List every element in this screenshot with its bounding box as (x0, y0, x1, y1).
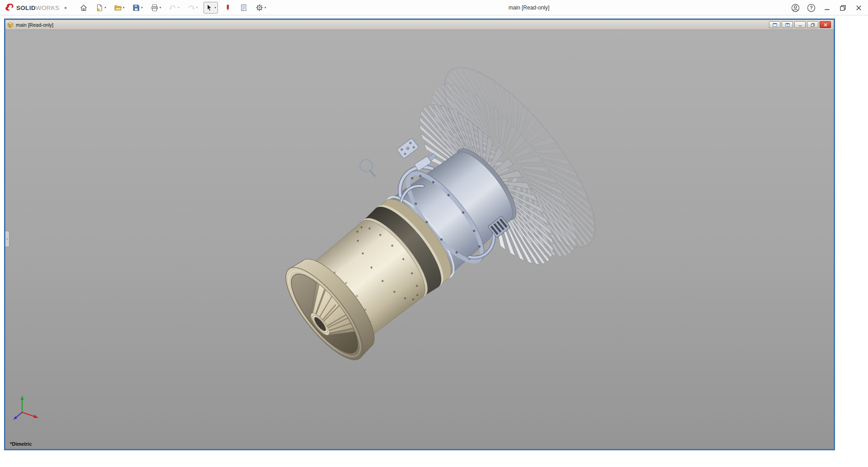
home-icon (80, 4, 88, 12)
toolbar-print-button[interactable]: ▾ (149, 2, 163, 14)
toolbar-touch-pen-button[interactable] (222, 2, 234, 14)
dropdown-caret-icon[interactable]: ▾ (160, 6, 161, 9)
restore-icon (810, 22, 816, 28)
minimize-button[interactable] (821, 2, 833, 14)
minimize-icon (823, 4, 831, 12)
viewport-split-icon (785, 22, 790, 28)
open-folder-icon (114, 4, 122, 12)
gear-icon (255, 4, 264, 12)
dropdown-caret-icon[interactable]: ▾ (123, 6, 125, 9)
doc-viewport-single-button[interactable] (769, 21, 780, 28)
svg-text:?: ? (810, 5, 812, 10)
redo-arrow-icon (187, 4, 195, 12)
toolbar-file-properties-button[interactable] (238, 2, 250, 14)
viewport-canvas (5, 30, 834, 449)
document-title: main [Read-only] (16, 22, 53, 28)
document-lines-icon (240, 4, 248, 12)
red-stylus-icon (224, 4, 232, 12)
document-window: main [Read-only] ‹ *Dimetric (5, 19, 835, 450)
close-icon (854, 4, 863, 12)
person-circle-icon (791, 4, 800, 12)
dassault-logo-icon (5, 3, 14, 12)
accessory-pad (396, 138, 419, 159)
maximize-button[interactable] (837, 2, 849, 14)
restore-icon (839, 4, 847, 12)
brand-text: SOLIDWORKS (16, 4, 59, 12)
undo-arrow-icon (169, 4, 177, 12)
toolbar-open-button[interactable]: ▾ (112, 2, 127, 14)
doc-minimize-button[interactable] (794, 21, 806, 28)
view-orientation-label: *Dimetric (10, 441, 32, 447)
dropdown-caret-icon[interactable]: ▾ (214, 6, 216, 9)
triad-y-axis (20, 396, 24, 400)
toolbar-options-button[interactable]: ▾ (254, 2, 268, 14)
featuremanager-collapsed-tab[interactable]: ‹ (5, 231, 9, 247)
viewport-single-icon (772, 22, 778, 28)
dropdown-caret-icon[interactable]: ▾ (264, 6, 266, 9)
engine-assembly-model (240, 47, 619, 413)
doc-viewport-split-button[interactable] (782, 21, 793, 28)
doc-restore-button[interactable] (807, 21, 818, 28)
printer-icon (151, 4, 159, 12)
save-floppy-icon (132, 4, 140, 12)
close-white-icon (823, 22, 828, 28)
app-window-controls: ? (789, 0, 864, 15)
dropdown-caret-icon[interactable]: ▾ (178, 6, 179, 9)
new-document-icon (95, 4, 104, 12)
toolbar-undo-button[interactable]: ▾ (167, 2, 181, 14)
close-button[interactable] (853, 2, 864, 14)
toolbar-new-document-button[interactable]: ▾ (94, 2, 108, 14)
select-cursor-icon (205, 4, 213, 12)
orientation-triad (14, 396, 39, 420)
toolbar-select-button[interactable]: ▾ (203, 2, 218, 14)
document-window-buttons (769, 21, 831, 28)
app-titlebar: SOLIDWORKS ▸ ▾▾▾▾▾▾▾▾ main [Read-only] ? (0, 0, 868, 15)
quick-access-toolbar: ▾▾▾▾▾▾▾▾ (78, 2, 268, 14)
app-title: main [Read-only] (509, 0, 550, 15)
brand-expand-arrow-icon[interactable]: ▸ (65, 5, 67, 10)
question-circle-icon: ? (807, 4, 816, 12)
dropdown-caret-icon[interactable]: ▾ (141, 6, 143, 9)
solidworks-logo: SOLIDWORKS ▸ (0, 3, 67, 12)
doc-close-button[interactable] (820, 21, 831, 28)
hoist-ring (360, 160, 373, 172)
account-button[interactable] (789, 2, 801, 14)
3d-viewport[interactable]: ‹ *Dimetric (5, 30, 834, 449)
toolbar-home-button[interactable] (78, 2, 90, 14)
dropdown-caret-icon[interactable]: ▾ (196, 6, 198, 9)
triad-x-axis (33, 415, 38, 418)
document-titlebar[interactable]: main [Read-only] (5, 20, 834, 30)
help-button[interactable]: ? (805, 2, 817, 14)
dropdown-caret-icon[interactable]: ▾ (104, 6, 106, 9)
toolbar-redo-button[interactable]: ▾ (185, 2, 200, 14)
assembly-cube-icon (7, 22, 14, 28)
minimize-icon (797, 22, 803, 28)
toolbar-save-button[interactable]: ▾ (130, 2, 145, 14)
